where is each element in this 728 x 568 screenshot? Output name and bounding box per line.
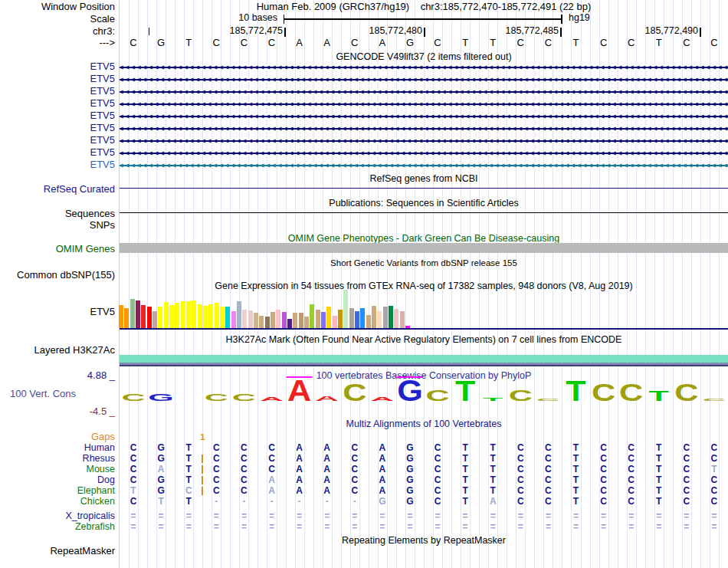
gtex-expression-bar[interactable] bbox=[147, 307, 152, 328]
gtex-expression-bar[interactable] bbox=[169, 305, 174, 328]
sidebar-item-species[interactable]: Chicken bbox=[80, 497, 115, 507]
gtex-expression-bar[interactable] bbox=[208, 304, 213, 328]
gtex-expression-bar[interactable] bbox=[192, 300, 196, 328]
gencode-gene-label[interactable]: ETV5 bbox=[90, 86, 115, 96]
gencode-gene-line[interactable] bbox=[120, 140, 728, 142]
publications-line[interactable] bbox=[120, 212, 728, 214]
sidebar-item-gaps[interactable]: Gaps bbox=[91, 432, 115, 442]
gtex-expression-bar[interactable] bbox=[326, 307, 331, 328]
gencode-gene-line[interactable] bbox=[120, 128, 728, 130]
gtex-expression-bar[interactable] bbox=[271, 312, 275, 328]
alignment-base: G bbox=[406, 443, 413, 452]
gtex-expression-bar[interactable] bbox=[242, 310, 247, 328]
gencode-gene-line[interactable] bbox=[120, 153, 728, 154]
gencode-gene-line[interactable] bbox=[120, 91, 728, 93]
gtex-expression-bar[interactable] bbox=[203, 306, 208, 328]
sidebar-item-sequences[interactable]: Sequences bbox=[65, 208, 115, 218]
gencode-gene-label[interactable]: ETV5 bbox=[90, 98, 115, 108]
gencode-gene-label[interactable]: ETV5 bbox=[90, 74, 115, 84]
gtex-expression-bar[interactable] bbox=[119, 305, 123, 328]
gtex-expression-bar[interactable] bbox=[333, 316, 337, 328]
sidebar-item-species[interactable]: Human bbox=[84, 443, 115, 453]
sidebar-item-snps[interactable]: SNPs bbox=[90, 220, 115, 230]
gencode-gene-line[interactable] bbox=[120, 67, 728, 68]
gtex-expression-bar[interactable] bbox=[349, 308, 354, 328]
gtex-expression-bar[interactable] bbox=[237, 301, 241, 328]
alignment-base: C bbox=[545, 497, 552, 506]
gtex-expression-bar[interactable] bbox=[254, 313, 258, 328]
gencode-gene-label[interactable]: ETV5 bbox=[90, 135, 115, 145]
gtex-expression-bar[interactable] bbox=[389, 306, 393, 328]
alignment-base: A bbox=[296, 443, 303, 452]
gtex-expression-bar[interactable] bbox=[276, 310, 280, 328]
gencode-gene-line[interactable] bbox=[120, 116, 728, 117]
h3k27ac-signal-bar[interactable] bbox=[120, 355, 728, 363]
gtex-expression-bar[interactable] bbox=[366, 315, 371, 328]
gtex-expression-bar[interactable] bbox=[181, 301, 185, 328]
gtex-expression-bar[interactable] bbox=[287, 319, 292, 328]
sidebar-item-species[interactable]: Zebrafish bbox=[75, 522, 115, 532]
gtex-expression-bar[interactable] bbox=[130, 299, 135, 328]
gtex-expression-bar[interactable] bbox=[299, 313, 303, 328]
gencode-gene-label[interactable]: ETV5 bbox=[90, 61, 115, 71]
alignment-base: C bbox=[130, 443, 137, 452]
gencode-gene-label[interactable]: ETV5 bbox=[90, 147, 115, 157]
gtex-expression-bar[interactable] bbox=[198, 304, 202, 328]
conservation-logo[interactable]: CGCCAAACAGCTTCCTCCTCC bbox=[120, 374, 728, 403]
gtex-expression-bar[interactable] bbox=[377, 311, 382, 328]
gtex-expression-bar[interactable] bbox=[141, 305, 146, 328]
sidebar-item-common-dbsnp[interactable]: Common dbSNP(155) bbox=[17, 270, 115, 280]
gtex-expression-bar[interactable] bbox=[259, 316, 264, 328]
gencode-gene-label[interactable]: ETV5 bbox=[90, 123, 115, 133]
gtex-expression-bar[interactable] bbox=[152, 311, 157, 328]
gtex-expression-bar[interactable] bbox=[400, 311, 405, 328]
gtex-expression-bar[interactable] bbox=[164, 302, 169, 328]
gtex-expression-bar[interactable] bbox=[158, 307, 162, 328]
gtex-expression-bar[interactable] bbox=[248, 310, 253, 328]
gtex-expression-bar[interactable] bbox=[215, 303, 219, 328]
gtex-expression-bar[interactable] bbox=[225, 307, 230, 328]
sidebar-item-species[interactable]: Elephant bbox=[77, 486, 115, 496]
sidebar-item-gtex-gene[interactable]: ETV5 bbox=[90, 307, 115, 317]
sidebar-item-layered-h3k27ac[interactable]: Layered H3K27Ac bbox=[34, 345, 115, 355]
alignment-base: = bbox=[518, 522, 523, 531]
gencode-gene-label[interactable]: ETV5 bbox=[90, 159, 115, 169]
omim-gene-bar[interactable] bbox=[120, 243, 728, 253]
sidebar-item-species[interactable]: Dog bbox=[97, 475, 115, 485]
gtex-expression-bar[interactable] bbox=[282, 312, 287, 328]
gencode-gene-line[interactable] bbox=[120, 79, 728, 80]
gtex-expression-bar[interactable] bbox=[338, 310, 343, 328]
logo-letter: A bbox=[287, 374, 311, 407]
gtex-expression-bar[interactable] bbox=[124, 308, 129, 328]
refseq-gene-line[interactable] bbox=[120, 188, 728, 189]
gencode-gene-line[interactable] bbox=[120, 165, 728, 166]
gtex-expression-bar[interactable] bbox=[316, 310, 320, 328]
gtex-expression-bar[interactable] bbox=[304, 317, 309, 328]
sidebar-item-species[interactable]: X_tropicalis bbox=[65, 511, 115, 521]
gtex-expression-bar[interactable] bbox=[293, 313, 297, 328]
gtex-expression-bar[interactable] bbox=[220, 307, 225, 328]
gencode-gene-label[interactable]: ETV5 bbox=[90, 110, 115, 120]
sidebar-item-omim-genes[interactable]: OMIM Genes bbox=[56, 244, 115, 254]
gtex-expression-bar[interactable] bbox=[343, 290, 348, 328]
gtex-expression-bar[interactable] bbox=[372, 306, 376, 328]
sidebar-item-repeatmasker[interactable]: RepeatMasker bbox=[50, 546, 115, 556]
gtex-expression-bar[interactable] bbox=[136, 300, 140, 328]
gtex-expression-bar[interactable] bbox=[360, 308, 365, 328]
gtex-expression-bar[interactable] bbox=[265, 317, 270, 328]
gtex-expression-bar[interactable] bbox=[186, 301, 191, 328]
gtex-expression-bar[interactable] bbox=[321, 312, 326, 328]
alignment-base: A bbox=[296, 454, 303, 463]
gtex-expression-bar[interactable] bbox=[355, 311, 359, 328]
sidebar-item-species[interactable]: Rhesus bbox=[83, 454, 115, 464]
sidebar-item-species[interactable]: Mouse bbox=[86, 465, 115, 474]
gtex-expression-bar[interactable] bbox=[383, 307, 388, 328]
gencode-gene-line[interactable] bbox=[120, 103, 728, 105]
gtex-expression-bar[interactable] bbox=[394, 309, 398, 328]
gtex-expression-bar[interactable] bbox=[310, 304, 314, 328]
sidebar-item-100-vert-cons[interactable]: 100 Vert. Cons bbox=[10, 389, 76, 399]
gtex-expression-bar[interactable] bbox=[175, 303, 179, 328]
sidebar-item-refseq-curated[interactable]: RefSeq Curated bbox=[44, 184, 115, 194]
gtex-expression-bar[interactable] bbox=[231, 311, 236, 328]
alignment-base: C bbox=[684, 443, 690, 452]
